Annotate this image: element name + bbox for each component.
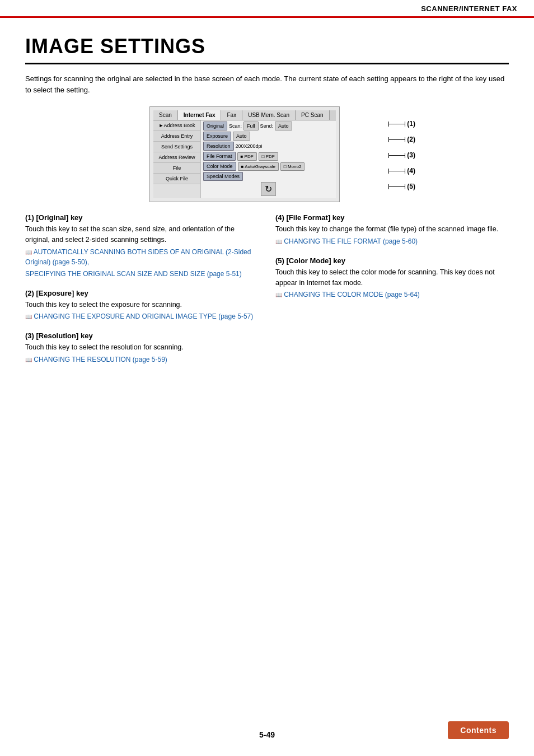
book-icon-1a: 📖 — [25, 249, 32, 255]
label-scan: Scan: — [229, 123, 242, 129]
btn-auto-exposure[interactable]: Auto — [233, 132, 250, 141]
desc-item-2: (2) [Exposure] key Touch this key to sel… — [25, 289, 259, 322]
desc-item-5: (5) [Color Mode] key Touch this key to s… — [275, 256, 509, 300]
callout-group: (1) (2) (3) — [388, 120, 415, 198]
callout-line-2 — [388, 139, 405, 140]
book-icon-2: 📖 — [25, 314, 32, 320]
desc-body-3: Touch this key to select the resolution … — [25, 342, 259, 365]
mockup-section: Scan Internet Fax Fax USB Mem. Scan PC S… — [25, 106, 509, 202]
desc-text-3: Touch this key to select the resolution … — [25, 343, 184, 351]
header-title: SCANNER/INTERNET FAX — [421, 4, 517, 13]
screen-right-content: Original Scan: Full Send: Auto Exposure … — [201, 120, 336, 198]
page-number: 5-49 — [259, 730, 275, 739]
callout-line-1 — [388, 124, 405, 124]
btn-resolution[interactable]: Resolution — [203, 142, 234, 151]
desc-link-1b[interactable]: SPECIFYING THE ORIGINAL SCAN SIZE AND SE… — [25, 269, 259, 279]
desc-header-1: (1) [Original] key — [25, 213, 259, 222]
screen-row-color-mode: Color Mode ■ Auto/Grayscale □ Mono2 — [203, 162, 334, 171]
screen-tabs: Scan Internet Fax Fax USB Mem. Scan PC S… — [153, 110, 336, 120]
intro-text: Settings for scanning the original are s… — [25, 73, 509, 95]
screen-row-exposure: Exposure Auto — [203, 132, 334, 141]
callout-label-1: (1) — [407, 120, 415, 128]
callout-label-3: (3) — [407, 151, 415, 159]
btn-auto-grayscale[interactable]: ■ Auto/Grayscale — [238, 162, 279, 171]
desc-header-2: (2) [Exposure] key — [25, 289, 259, 297]
btn-color-mode[interactable]: Color Mode — [203, 162, 236, 171]
contents-button[interactable]: Contents — [448, 721, 509, 739]
screen-row-refresh: ↻ — [203, 182, 334, 196]
screen-row-special-modes: Special Modes — [203, 172, 334, 181]
desc-header-3: (3) [Resolution] key — [25, 332, 259, 340]
nav-file[interactable]: File — [153, 163, 200, 174]
desc-header-4: (4) [File Format] key — [275, 213, 509, 222]
refresh-icon[interactable]: ↻ — [261, 182, 276, 196]
desc-text-4: Touch this key to change the format (fil… — [275, 225, 498, 233]
nav-address-review[interactable]: Address Review — [153, 152, 200, 163]
desc-col-left: (1) [Original] key Touch this key to set… — [25, 213, 259, 375]
btn-full[interactable]: Full — [243, 122, 259, 130]
page-title: IMAGE SETTINGS — [25, 35, 509, 64]
tab-scan[interactable]: Scan — [153, 110, 178, 120]
header-bar: SCANNER/INTERNET FAX — [0, 0, 534, 18]
callout-4: (4) — [388, 167, 415, 175]
callout-2: (2) — [388, 136, 415, 143]
btn-original[interactable]: Original — [203, 122, 227, 130]
desc-link-5[interactable]: 📖 CHANGING THE COLOR MODE (page 5-64) — [275, 290, 509, 300]
screen-mockup-wrapper: Scan Internet Fax Fax USB Mem. Scan PC S… — [149, 106, 385, 202]
btn-special-modes[interactable]: Special Modes — [203, 172, 243, 181]
btn-pdf1[interactable]: ■ PDF — [237, 152, 257, 161]
nav-quick-file[interactable]: Quick File — [153, 174, 200, 184]
desc-item-3: (3) [Resolution] key Touch this key to s… — [25, 332, 259, 365]
tab-internet-fax[interactable]: Internet Fax — [178, 110, 222, 120]
btn-file-format[interactable]: File Format — [203, 152, 236, 161]
desc-body-4: Touch this key to change the format (fil… — [275, 224, 509, 246]
screen-row-file-format: File Format ■ PDF □ PDF — [203, 152, 334, 161]
screen-body: ►Address Book Address Entry Send Setting… — [153, 120, 336, 198]
desc-col-right: (4) [File Format] key Touch this key to … — [275, 213, 509, 375]
callout-line-3 — [388, 155, 405, 156]
desc-item-1: (1) [Original] key Touch this key to set… — [25, 213, 259, 279]
desc-text-2: Touch this key to select the exposure fo… — [25, 301, 182, 309]
desc-header-5: (5) [Color Mode] key — [275, 256, 509, 265]
callout-3: (3) — [388, 151, 415, 159]
book-icon-4: 📖 — [275, 239, 282, 245]
btn-auto-send[interactable]: Auto — [275, 122, 292, 130]
callout-line-5 — [388, 186, 405, 187]
tab-pc-scan[interactable]: PC Scan — [296, 110, 329, 120]
footer: 5-49 Contents — [0, 721, 534, 739]
screen-row-resolution: Resolution 200X200dpi — [203, 142, 334, 151]
callout-5: (5) — [388, 183, 415, 190]
descriptions-section: (1) [Original] key Touch this key to set… — [25, 213, 509, 375]
main-content: IMAGE SETTINGS Settings for scanning the… — [0, 18, 534, 391]
screen-mockup: Scan Internet Fax Fax USB Mem. Scan PC S… — [149, 106, 340, 202]
book-icon-3: 📖 — [25, 357, 32, 363]
btn-pdf2[interactable]: □ PDF — [259, 152, 278, 161]
callout-label-4: (4) — [407, 167, 415, 175]
screen-row-original: Original Scan: Full Send: Auto — [203, 122, 334, 130]
screen-left-nav: ►Address Book Address Entry Send Setting… — [153, 120, 201, 198]
btn-exposure[interactable]: Exposure — [203, 132, 231, 141]
desc-link-3[interactable]: 📖 CHANGING THE RESOLUTION (page 5-59) — [25, 354, 259, 365]
desc-body-2: Touch this key to select the exposure fo… — [25, 300, 259, 322]
label-resolution-value: 200X200dpi — [236, 143, 263, 149]
desc-item-4: (4) [File Format] key Touch this key to … — [275, 213, 509, 246]
tab-fax[interactable]: Fax — [221, 110, 242, 120]
nav-send-settings[interactable]: Send Settings — [153, 142, 200, 152]
desc-body-5: Touch this key to select the color mode … — [275, 267, 509, 300]
btn-mono2[interactable]: □ Mono2 — [280, 162, 305, 171]
tab-usb-mem-scan[interactable]: USB Mem. Scan — [242, 110, 296, 120]
desc-body-1: Touch this key to set the scan size, sen… — [25, 224, 259, 279]
desc-link-1a[interactable]: 📖 AUTOMATICALLY SCANNING BOTH SIDES OF A… — [25, 247, 259, 267]
callout-label-2: (2) — [407, 136, 415, 143]
callout-1: (1) — [388, 120, 415, 128]
desc-link-4[interactable]: 📖 CHANGING THE FILE FORMAT (page 5-60) — [275, 236, 509, 246]
label-send: Send: — [260, 123, 274, 129]
desc-text-5: Touch this key to select the color mode … — [275, 268, 495, 287]
callout-label-5: (5) — [407, 183, 415, 190]
nav-address-entry[interactable]: Address Entry — [153, 131, 200, 142]
book-icon-5: 📖 — [275, 292, 282, 298]
callout-line-4 — [388, 171, 405, 171]
nav-address-book[interactable]: ►Address Book — [153, 120, 200, 131]
desc-link-2[interactable]: 📖 CHANGING THE EXPOSURE AND ORIGINAL IMA… — [25, 311, 259, 321]
desc-text-1: Touch this key to set the scan size, sen… — [25, 225, 235, 244]
